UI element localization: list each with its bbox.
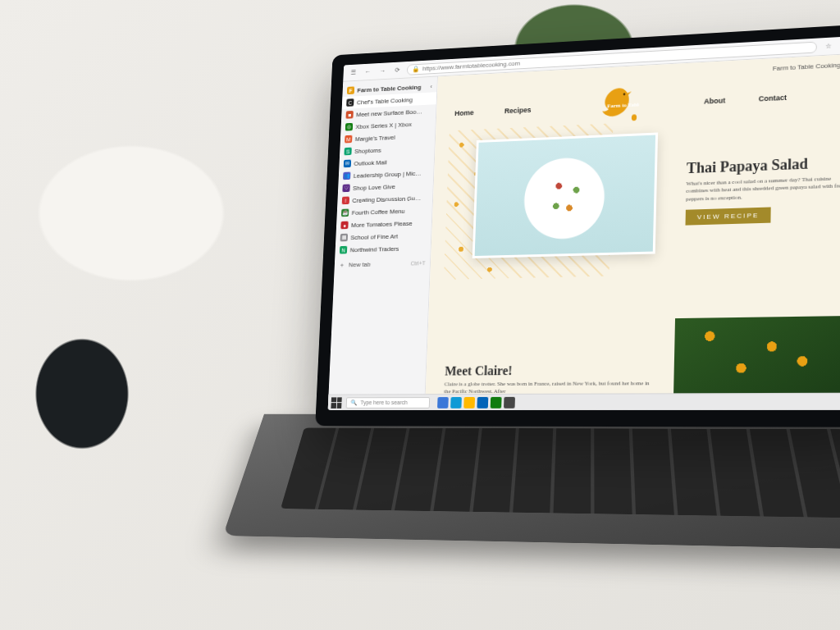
tab-title: School of Fine Art bbox=[350, 232, 420, 241]
tab-title: Creating Discussion Guidelines bbox=[352, 194, 422, 203]
tab-title: More Tomatoes Please bbox=[351, 219, 421, 228]
favorite-button[interactable]: ☆ bbox=[822, 40, 834, 52]
nav-about[interactable]: About bbox=[704, 97, 725, 106]
tab-favicon-icon: ■ bbox=[345, 111, 353, 119]
refresh-button[interactable]: ⟳ bbox=[392, 65, 403, 76]
tab-title: Outlook Mail bbox=[354, 157, 422, 167]
tab-favicon-icon: ♡ bbox=[342, 185, 349, 193]
chevron-left-icon[interactable]: ‹ bbox=[430, 83, 432, 90]
svg-text:Farm to Table: Farm to Table bbox=[607, 101, 640, 108]
page-label: Farm to Table Cooking bbox=[773, 62, 840, 72]
laptop: ☰ ← → ⟳ 🔒 https://www.farmtotablecooking… bbox=[253, 22, 840, 630]
tab-favicon-icon: ▦ bbox=[340, 234, 348, 242]
screen-bezel: ☰ ← → ⟳ 🔒 https://www.farmtotablecooking… bbox=[315, 24, 840, 427]
address-bar-url: https://www.farmtotablecooking.com bbox=[422, 60, 520, 72]
recipe-title: Thai Papaya Salad bbox=[687, 153, 840, 177]
nav-recipes[interactable]: Recipes bbox=[504, 106, 532, 115]
secondary-photo bbox=[673, 316, 840, 394]
page-content: Farm to Table Cooking Home Recipes Farm … bbox=[426, 54, 840, 394]
bio-section: Meet Claire! Claire is a globe trotter. … bbox=[444, 363, 652, 394]
vertical-tab[interactable]: NNorthwind Traders× bbox=[335, 241, 431, 256]
new-tab-shortcut: Ctrl+T bbox=[411, 260, 426, 266]
tab-favicon-icon: S bbox=[344, 148, 351, 156]
start-button[interactable] bbox=[331, 397, 341, 409]
tab-title: Margie's Travel bbox=[355, 132, 424, 142]
tab-title: Chef's Table Cooking bbox=[357, 95, 426, 106]
svg-point-2 bbox=[631, 114, 636, 121]
group-favicon-icon: F bbox=[347, 86, 354, 94]
recipe-photo bbox=[472, 132, 658, 258]
recipe-card: Thai Papaya Salad What's nicer than a co… bbox=[686, 153, 840, 226]
tab-favicon-icon: ✉ bbox=[344, 160, 351, 168]
tab-title: Fourth Coffee Menu bbox=[352, 207, 422, 216]
taskbar-app-icon[interactable] bbox=[463, 396, 475, 408]
tab-group-title: Farm to Table Cooking bbox=[357, 84, 421, 94]
taskbar-app-icon[interactable] bbox=[491, 396, 502, 408]
tab-favicon-icon: ◎ bbox=[345, 123, 353, 131]
tab-favicon-icon: 👥 bbox=[343, 172, 350, 180]
tab-title: Northwind Traders bbox=[350, 244, 420, 253]
back-button[interactable]: ← bbox=[363, 66, 373, 78]
tab-favicon-icon: ☕ bbox=[341, 209, 349, 217]
view-recipe-button[interactable]: VIEW RECIPE bbox=[686, 208, 772, 226]
windows-taskbar: 🔍 Type here to search bbox=[328, 393, 840, 410]
new-tab-button[interactable]: ＋ New tab Ctrl+T bbox=[334, 255, 430, 272]
plus-icon: ＋ bbox=[339, 261, 345, 270]
taskbar-app-icon[interactable] bbox=[450, 397, 462, 409]
recipe-blurb: What's nicer than a cool salad on a summ… bbox=[686, 175, 840, 203]
taskbar-app-icon[interactable] bbox=[477, 396, 488, 408]
tab-title: Shoptoms bbox=[354, 144, 423, 154]
taskbar-app-icon[interactable] bbox=[437, 397, 449, 409]
tabs-toggle-icon[interactable]: ☰ bbox=[348, 67, 358, 79]
nav-contact[interactable]: Contact bbox=[759, 94, 787, 103]
bio-text: Claire is a globe trotter. She was born … bbox=[444, 380, 652, 394]
nav-home[interactable]: Home bbox=[454, 108, 474, 117]
bio-heading: Meet Claire! bbox=[445, 363, 653, 379]
taskbar-search[interactable]: 🔍 Type here to search bbox=[346, 397, 431, 409]
keyboard bbox=[223, 414, 840, 550]
tab-favicon-icon: N bbox=[340, 246, 347, 254]
tab-title: Meet new Surface Book 3 or 15.5" bbox=[356, 107, 425, 117]
tab-favicon-icon: ! bbox=[342, 197, 349, 205]
tab-title: Xbox Series X | Xbox bbox=[355, 120, 424, 130]
site-logo[interactable]: Farm to Table bbox=[594, 82, 640, 124]
vertical-tabs-sidebar: F Farm to Table Cooking ‹ CChef's Table … bbox=[329, 76, 438, 394]
tab-title: Leadership Group | Microsoft bbox=[354, 170, 422, 180]
screen: ☰ ← → ⟳ 🔒 https://www.farmtotablecooking… bbox=[328, 36, 840, 410]
chicken-icon: Farm to Table bbox=[594, 82, 640, 124]
lock-icon: 🔒 bbox=[412, 66, 419, 73]
forward-button[interactable]: → bbox=[377, 66, 388, 77]
tab-favicon-icon: C bbox=[346, 98, 354, 107]
search-icon: 🔍 bbox=[350, 399, 358, 406]
new-tab-label: New tab bbox=[349, 261, 371, 268]
tab-favicon-icon: ● bbox=[340, 221, 348, 230]
tab-favicon-icon: M bbox=[345, 135, 352, 144]
taskbar-app-icon[interactable] bbox=[504, 396, 515, 408]
tab-title: Shop Love Give bbox=[353, 182, 422, 192]
search-placeholder: Type here to search bbox=[360, 399, 408, 405]
hero-section: Thai Papaya Salad What's nicer than a co… bbox=[449, 117, 840, 268]
taskbar-pinned-apps bbox=[437, 396, 515, 408]
